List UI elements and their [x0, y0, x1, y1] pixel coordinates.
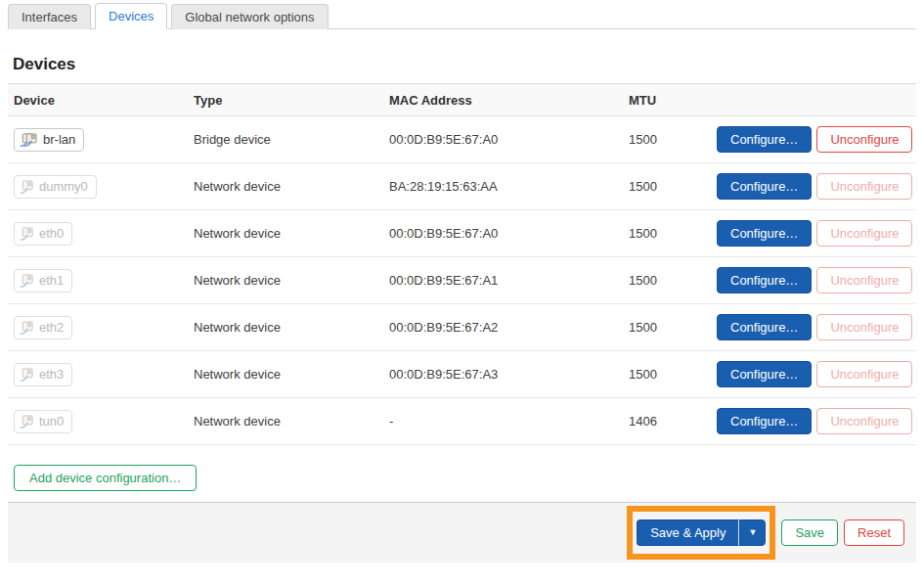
unconfigure-button[interactable]: Unconfigure — [816, 361, 912, 387]
device-mac: 00:0D:B9:5E:67:A2 — [389, 320, 629, 335]
page-title: Devices — [13, 55, 916, 74]
configure-button[interactable]: Configure… — [717, 173, 812, 200]
device-cell: tun0 — [14, 410, 194, 433]
device-name: dummy0 — [39, 179, 88, 194]
device-mtu: 1500 — [629, 320, 717, 335]
device-mtu: 1406 — [629, 414, 717, 429]
device-mac: 00:0D:B9:5E:67:A0 — [389, 226, 629, 241]
device-pill: br-lan — [14, 128, 84, 152]
device-mac: BA:28:19:15:63:AA — [389, 179, 629, 194]
device-cell: eth2 — [14, 316, 194, 339]
table-row: eth0 Network device 00:0D:B9:5E:67:A0 15… — [8, 210, 916, 257]
device-actions: Configure… Unconfigure — [717, 220, 916, 247]
column-header: Type — [194, 93, 389, 108]
table-row: tun0 Network device - 1406 Configure… Un… — [8, 398, 916, 445]
configure-button[interactable]: Configure… — [717, 314, 812, 340]
table-row: br-lan Bridge device 00:0D:B9:5E:67:A0 1… — [8, 116, 916, 163]
device-mac: - — [389, 414, 629, 429]
device-actions: Configure… Unconfigure — [717, 173, 916, 200]
device-cell: dummy0 — [14, 175, 194, 199]
tab-global-network-options[interactable]: Global network options — [171, 4, 328, 29]
device-pill: eth1 — [14, 269, 72, 293]
device-name: eth2 — [39, 320, 64, 335]
column-header: MAC Address — [389, 93, 629, 108]
device-type: Network device — [194, 226, 389, 241]
unconfigure-button[interactable]: Unconfigure — [816, 126, 912, 153]
device-actions: Configure… Unconfigure — [717, 361, 916, 387]
device-type: Network device — [194, 414, 389, 429]
ethernet-icon — [20, 367, 34, 383]
device-mtu: 1500 — [629, 132, 717, 147]
device-actions: Configure… Unconfigure — [717, 314, 916, 340]
device-type: Bridge device — [194, 132, 389, 147]
device-mtu: 1500 — [629, 273, 717, 288]
device-type: Network device — [194, 273, 389, 288]
ethernet-icon — [20, 226, 34, 242]
configure-button[interactable]: Configure… — [717, 361, 812, 387]
annotation-highlight-box: Save & Apply ▼ — [627, 506, 775, 560]
save-apply-dropdown-button[interactable]: ▼ — [739, 519, 766, 546]
unconfigure-button[interactable]: Unconfigure — [816, 267, 912, 294]
column-header: Device — [14, 93, 194, 108]
network-devices-page: InterfacesDevicesGlobal network options … — [0, 0, 924, 563]
device-cell: eth1 — [14, 269, 194, 293]
add-device-configuration-button[interactable]: Add device configuration… — [14, 465, 197, 491]
save-apply-button[interactable]: Save & Apply — [637, 519, 739, 546]
device-name: eth0 — [39, 226, 64, 241]
configure-button[interactable]: Configure… — [717, 408, 812, 434]
device-mac: 00:0D:B9:5E:67:A0 — [389, 132, 629, 147]
device-actions: Configure… Unconfigure — [717, 126, 916, 153]
ethernet-icon — [20, 179, 34, 195]
bridge-icon — [20, 132, 38, 148]
device-mtu: 1500 — [629, 179, 717, 194]
ethernet-icon — [20, 414, 34, 429]
unconfigure-button[interactable]: Unconfigure — [816, 173, 912, 200]
device-type: Network device — [194, 320, 389, 335]
table-row: eth1 Network device 00:0D:B9:5E:67:A1 15… — [8, 257, 916, 304]
device-name: eth3 — [39, 367, 64, 382]
save-apply-split-button: Save & Apply ▼ — [637, 519, 766, 546]
device-type: Network device — [194, 367, 389, 382]
tab-bar: InterfacesDevicesGlobal network options — [8, 0, 916, 29]
configure-button[interactable]: Configure… — [717, 126, 812, 153]
device-type: Network device — [194, 179, 389, 194]
device-name: tun0 — [39, 414, 64, 429]
table-row: dummy0 Network device BA:28:19:15:63:AA … — [8, 163, 916, 210]
device-pill: eth3 — [14, 363, 72, 386]
table-row: eth3 Network device 00:0D:B9:5E:67:A3 15… — [8, 351, 916, 398]
configure-button[interactable]: Configure… — [717, 267, 812, 294]
table-row: eth2 Network device 00:0D:B9:5E:67:A2 15… — [8, 304, 916, 351]
configure-button[interactable]: Configure… — [717, 220, 812, 247]
save-button[interactable]: Save — [781, 519, 838, 546]
ethernet-icon — [20, 320, 34, 336]
devices-table: DeviceTypeMAC AddressMTU br-lan — [8, 83, 916, 445]
device-mtu: 1500 — [629, 367, 717, 382]
tab-interfaces[interactable]: Interfaces — [8, 4, 91, 29]
page-actions-bar: Save & Apply ▼ Save Reset — [8, 502, 916, 563]
unconfigure-button[interactable]: Unconfigure — [816, 314, 912, 340]
device-name: br-lan — [43, 132, 75, 147]
device-pill: tun0 — [14, 410, 72, 433]
tab-devices[interactable]: Devices — [95, 3, 167, 29]
device-pill: dummy0 — [14, 175, 97, 199]
device-pill: eth2 — [14, 316, 72, 339]
device-actions: Configure… Unconfigure — [717, 267, 916, 294]
device-name: eth1 — [39, 273, 64, 288]
device-cell: br-lan — [14, 128, 194, 152]
device-mac: 00:0D:B9:5E:67:A3 — [389, 367, 629, 382]
column-header: MTU — [629, 93, 717, 108]
device-actions: Configure… Unconfigure — [717, 408, 916, 434]
device-cell: eth0 — [14, 222, 194, 246]
device-mtu: 1500 — [629, 226, 717, 241]
device-mac: 00:0D:B9:5E:67:A1 — [389, 273, 629, 288]
table-body: br-lan Bridge device 00:0D:B9:5E:67:A0 1… — [8, 116, 916, 445]
reset-button[interactable]: Reset — [844, 519, 904, 546]
table-header-row: DeviceTypeMAC AddressMTU — [8, 84, 916, 116]
unconfigure-button[interactable]: Unconfigure — [816, 408, 912, 434]
device-cell: eth3 — [14, 363, 194, 386]
ethernet-icon — [20, 273, 34, 289]
unconfigure-button[interactable]: Unconfigure — [816, 220, 912, 247]
device-pill: eth0 — [14, 222, 72, 246]
chevron-down-icon: ▼ — [748, 525, 757, 540]
